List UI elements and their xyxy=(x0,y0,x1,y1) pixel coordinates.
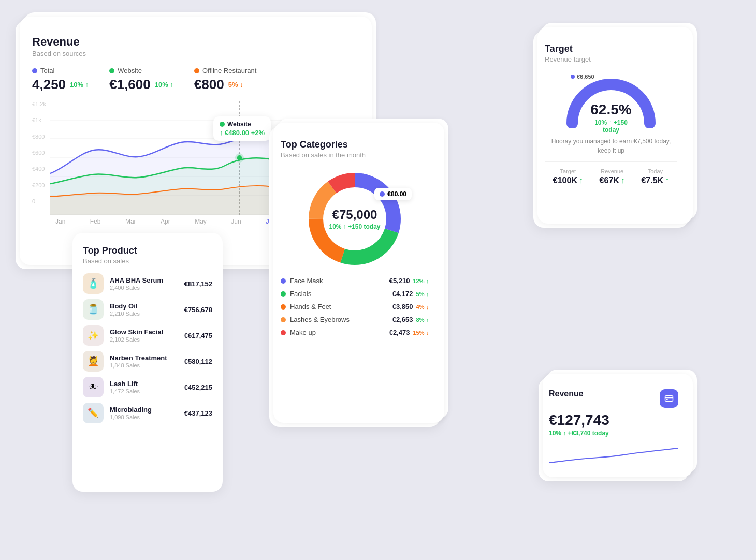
total-badge: 10% ↑ xyxy=(70,81,89,89)
product-img-3: ✨ xyxy=(83,325,104,346)
revenue-subtitle: Based on sources xyxy=(32,50,351,57)
offline-label: Offline Restaurant xyxy=(202,67,257,75)
website-badge: 10% ↑ xyxy=(155,81,173,89)
cat-val-2: €4,172 xyxy=(392,290,413,298)
x-apr: Apr xyxy=(161,218,170,225)
cat-badge-2: 5% ↑ xyxy=(416,291,429,297)
target-card: Target Revenue target €6,650 62.5% 10% ↑… xyxy=(533,31,689,228)
chart-tooltip: Website ↑ €480.00 +2% xyxy=(213,116,271,141)
product-item-3: ✨ Glow Skin Facial 2,102 Sales €617,475 xyxy=(83,325,212,346)
product-sales-5: 1,472 Sales xyxy=(110,388,178,394)
product-subtitle: Based on sales xyxy=(83,257,212,265)
product-img-4: 💆 xyxy=(83,351,104,372)
cat-name-3: Hands & Feet xyxy=(290,303,331,311)
product-name-5: Lash Lift xyxy=(110,380,178,388)
y-label-6: €200 xyxy=(32,182,46,188)
category-list: Face Mask €5,210 12% ↑ Facials €4,172 5%… xyxy=(281,277,429,336)
donut-tooltip-value: €80.00 xyxy=(387,190,406,198)
product-sales-6: 1,098 Sales xyxy=(110,414,178,420)
mini-icon xyxy=(660,389,678,408)
cat-badge-1: 12% ↑ xyxy=(413,278,429,284)
donut-tooltip: €80.00 xyxy=(374,188,412,200)
category-item-3: Hands & Feet €3,850 4% ↓ xyxy=(281,303,429,311)
cat-badge-4: 8% ↑ xyxy=(416,317,429,323)
product-revenue-5: €452,215 xyxy=(184,384,212,391)
gauge-label: €6,650 xyxy=(571,73,594,80)
categories-subtitle: Based on sales in the month xyxy=(281,151,429,159)
tooltip-dot xyxy=(220,122,225,127)
gauge-value: 62.5% xyxy=(588,101,634,118)
cat-badge-3: 4% ↓ xyxy=(416,304,429,310)
website-value: €1,600 xyxy=(109,77,151,93)
metric-offline: Offline Restaurant €800 5% ↓ xyxy=(194,67,257,93)
category-item-4: Lashes & Eyebrows €2,653 8% ↑ xyxy=(281,316,429,323)
y-label-2: €1k xyxy=(32,117,46,123)
mini-chart-svg xyxy=(549,442,678,468)
categories-card: Top Categories Based on sales in the mon… xyxy=(269,127,440,427)
donut-center: €75,000 10% ↑ +150 today xyxy=(329,208,380,230)
cat-badge-5: 15% ↓ xyxy=(413,330,429,336)
product-img-2: 🫙 xyxy=(83,299,104,320)
product-sales-4: 1,848 Sales xyxy=(110,362,178,369)
target-stat-2: Revenue €67K ↑ xyxy=(600,168,625,185)
tooltip-label: Website xyxy=(227,121,251,128)
product-revenue-6: €437,123 xyxy=(184,409,212,417)
stat-label-1: Target xyxy=(553,168,583,174)
cat-name-5: Make up xyxy=(290,329,316,336)
stat-label-2: Revenue xyxy=(600,168,625,174)
cat-dot-3 xyxy=(281,304,286,310)
target-title: Target xyxy=(545,43,677,54)
stat-value-3: €7.5K ↑ xyxy=(641,176,669,185)
product-item-6: ✏️ Microblading 1,098 Sales €437,123 xyxy=(83,403,212,423)
product-sales-1: 2,400 Sales xyxy=(110,285,178,291)
y-label-1: €1.2k xyxy=(32,101,46,107)
donut-chart: €75,000 10% ↑ +150 today €80.00 xyxy=(303,167,406,271)
offline-badge: 5% ↓ xyxy=(228,81,243,89)
product-title: Top Product xyxy=(83,245,212,256)
x-feb: Feb xyxy=(90,218,101,225)
cat-name-1: Face Mask xyxy=(290,277,323,285)
cat-val-4: €2,653 xyxy=(392,316,413,323)
target-subtitle: Revenue target xyxy=(545,55,677,63)
mini-card-header: Revenue xyxy=(549,389,678,408)
revenue-title: Revenue xyxy=(32,35,351,49)
stat-value-2: €67K ↑ xyxy=(600,176,625,185)
product-item-1: 🧴 AHA BHA Serum 2,400 Sales €817,152 xyxy=(83,273,212,294)
donut-sub: 10% ↑ +150 today xyxy=(329,223,380,230)
website-label: Website xyxy=(118,67,142,75)
x-mar: Mar xyxy=(125,218,136,225)
product-name-3: Glow Skin Facial xyxy=(110,328,178,336)
stat-label-3: Today xyxy=(641,168,669,174)
revenue-mini-card: Revenue €127,743 10% ↑ +€3,740 today xyxy=(539,378,689,481)
svg-rect-18 xyxy=(666,399,668,400)
y-label-3: €800 xyxy=(32,134,46,140)
gauge-center: 62.5% 10% ↑ +150 today xyxy=(588,101,634,134)
gauge-label-value: €6,650 xyxy=(577,73,594,80)
mini-sub: 10% ↑ +€3,740 today xyxy=(549,430,678,437)
cat-val-5: €2,473 xyxy=(389,329,410,336)
cat-dot-4 xyxy=(281,317,286,322)
total-label: Total xyxy=(40,67,54,75)
offline-dot xyxy=(194,68,199,73)
offline-value: €800 xyxy=(194,77,224,93)
x-jan: Jan xyxy=(55,218,65,225)
product-revenue-1: €817,152 xyxy=(184,280,212,288)
product-card: Top Product Based on sales 🧴 AHA BHA Ser… xyxy=(72,233,223,492)
product-item-2: 🫙 Body Oil 2,210 Sales €756,678 xyxy=(83,299,212,320)
target-stat-3: Today €7.5K ↑ xyxy=(641,168,669,185)
product-name-6: Microblading xyxy=(110,406,178,414)
gauge-sub: 10% ↑ +150 today xyxy=(588,119,634,134)
product-name-1: AHA BHA Serum xyxy=(110,276,178,284)
cat-val-3: €3,850 xyxy=(392,303,413,311)
target-stat-1: Target €100K ↑ xyxy=(553,168,583,185)
product-item-5: 👁 Lash Lift 1,472 Sales €452,215 xyxy=(83,377,212,397)
total-value: 4,250 xyxy=(32,77,66,93)
product-name-2: Body Oil xyxy=(110,302,178,310)
product-revenue-4: €580,112 xyxy=(184,358,212,365)
product-name-4: Narben Treatment xyxy=(110,354,178,362)
cat-name-4: Lashes & Eyebrows xyxy=(290,316,350,323)
cat-dot-2 xyxy=(281,291,286,297)
x-may: May xyxy=(195,218,207,225)
categories-title: Top Categories xyxy=(281,139,429,150)
product-img-1: 🧴 xyxy=(83,273,104,294)
